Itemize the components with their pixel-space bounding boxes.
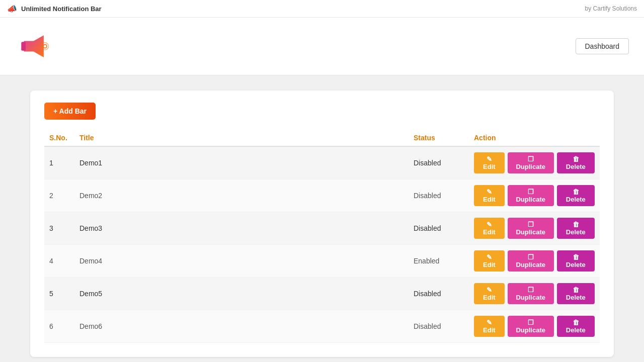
table-row: 6Demo6Disabled✎ Edit❐ Duplicate🗑 Delete [44, 310, 600, 343]
add-bar-button[interactable]: + Add Bar [44, 103, 96, 120]
cell-title: Demo3 [74, 212, 409, 245]
cell-title: Demo5 [74, 278, 409, 310]
delete-button[interactable]: 🗑 Delete [557, 218, 595, 239]
header-area: Dashboard [0, 18, 644, 75]
table-row: 1Demo1Disabled✎ Edit❐ Duplicate🗑 Delete [44, 146, 600, 179]
megaphone-logo [15, 29, 50, 64]
cell-status: Enabled [409, 245, 469, 278]
cell-status: Disabled [409, 278, 469, 310]
edit-button[interactable]: ✎ Edit [474, 185, 505, 206]
duplicate-button[interactable]: ❐ Duplicate [508, 250, 554, 272]
delete-button[interactable]: 🗑 Delete [557, 316, 595, 337]
table-row: 4Demo4Enabled✎ Edit❐ Duplicate🗑 Delete [44, 245, 600, 278]
cell-title: Demo2 [74, 179, 409, 212]
byline: by Cartify Solutions [585, 5, 637, 12]
cell-title: Demo6 [74, 310, 409, 343]
cell-status: Disabled [409, 146, 469, 179]
duplicate-button[interactable]: ❐ Duplicate [508, 316, 554, 337]
cell-title: Demo1 [74, 146, 409, 179]
svg-rect-1 [21, 42, 26, 51]
main-content: + Add Bar S.No. Title Status Action 1Dem… [0, 75, 644, 362]
cell-title: Demo4 [74, 245, 409, 278]
duplicate-button[interactable]: ❐ Duplicate [508, 152, 554, 173]
duplicate-button[interactable]: ❐ Duplicate [508, 185, 554, 206]
col-header-title: Title [74, 130, 409, 146]
cell-sno: 1 [44, 146, 74, 179]
cell-action: ✎ Edit❐ Duplicate🗑 Delete [469, 179, 600, 212]
svg-point-2 [43, 45, 47, 48]
edit-button[interactable]: ✎ Edit [474, 283, 505, 304]
dashboard-button[interactable]: Dashboard [576, 38, 629, 54]
cell-action: ✎ Edit❐ Duplicate🗑 Delete [469, 245, 600, 278]
edit-button[interactable]: ✎ Edit [474, 218, 505, 239]
svg-marker-0 [24, 35, 44, 57]
table-row: 2Demo2Disabled✎ Edit❐ Duplicate🗑 Delete [44, 179, 600, 212]
cell-sno: 6 [44, 310, 74, 343]
cell-action: ✎ Edit❐ Duplicate🗑 Delete [469, 310, 600, 343]
edit-button[interactable]: ✎ Edit [474, 250, 505, 272]
cell-action: ✎ Edit❐ Duplicate🗑 Delete [469, 146, 600, 179]
cell-status: Disabled [409, 212, 469, 245]
top-bar: 📣 Unlimited Notification Bar by Cartify … [0, 0, 644, 18]
table-header-row: S.No. Title Status Action [44, 130, 600, 146]
cell-sno: 2 [44, 179, 74, 212]
cell-action: ✎ Edit❐ Duplicate🗑 Delete [469, 278, 600, 310]
duplicate-button[interactable]: ❐ Duplicate [508, 283, 554, 304]
notification-bars-card: + Add Bar S.No. Title Status Action 1Dem… [30, 90, 614, 357]
table-row: 3Demo3Disabled✎ Edit❐ Duplicate🗑 Delete [44, 212, 600, 245]
cell-sno: 3 [44, 212, 74, 245]
cell-status: Disabled [409, 179, 469, 212]
delete-button[interactable]: 🗑 Delete [557, 152, 595, 173]
cell-action: ✎ Edit❐ Duplicate🗑 Delete [469, 212, 600, 245]
top-bar-left: 📣 Unlimited Notification Bar [7, 4, 102, 14]
delete-button[interactable]: 🗑 Delete [557, 185, 595, 206]
delete-button[interactable]: 🗑 Delete [557, 250, 595, 272]
col-header-status: Status [409, 130, 469, 146]
cell-status: Disabled [409, 310, 469, 343]
cell-sno: 5 [44, 278, 74, 310]
delete-button[interactable]: 🗑 Delete [557, 283, 595, 304]
megaphone-icon: 📣 [7, 4, 17, 14]
duplicate-button[interactable]: ❐ Duplicate [508, 218, 554, 239]
edit-button[interactable]: ✎ Edit [474, 316, 505, 337]
col-header-sno: S.No. [44, 130, 74, 146]
cell-sno: 4 [44, 245, 74, 278]
bars-table: S.No. Title Status Action 1Demo1Disabled… [44, 130, 600, 343]
edit-button[interactable]: ✎ Edit [474, 152, 505, 173]
app-title: Unlimited Notification Bar [21, 5, 102, 13]
table-row: 5Demo5Disabled✎ Edit❐ Duplicate🗑 Delete [44, 278, 600, 310]
col-header-action: Action [469, 130, 600, 146]
